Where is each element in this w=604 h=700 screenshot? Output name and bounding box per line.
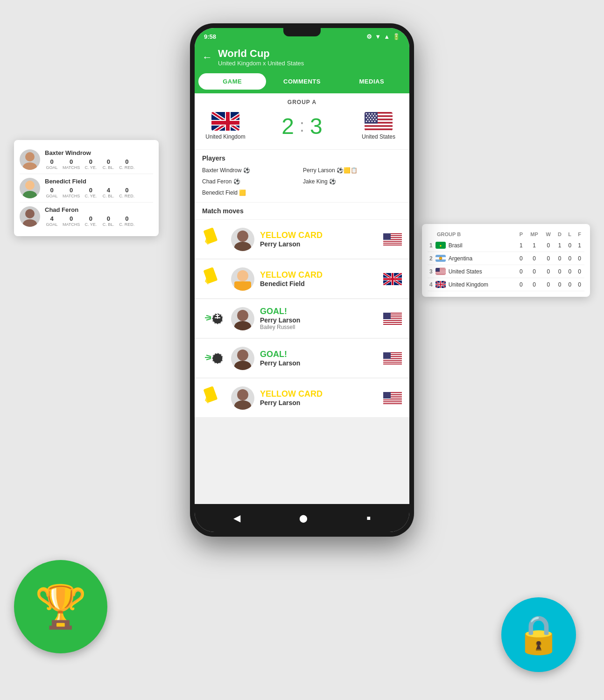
move-avatar-1 bbox=[231, 228, 254, 251]
team-away-name: United States bbox=[362, 133, 395, 140]
svg-rect-86 bbox=[383, 278, 402, 280]
tab-bar: GAME COMMENTS MEDIAS bbox=[195, 73, 409, 93]
move-type: YELLOW CARD bbox=[260, 231, 378, 240]
players-section-title: Players bbox=[202, 154, 402, 162]
rank: 4 bbox=[429, 281, 433, 288]
trophy-circle: 🏆 bbox=[14, 560, 107, 653]
player-avatar bbox=[20, 206, 40, 227]
team-away: United States bbox=[355, 112, 402, 140]
tab-comments[interactable]: COMMENTS bbox=[268, 73, 336, 90]
svg-point-0 bbox=[25, 152, 35, 161]
move-type: YELLOW CARD bbox=[260, 270, 378, 280]
lock-circle: 🔒 bbox=[501, 597, 576, 672]
svg-point-92 bbox=[237, 310, 248, 321]
move-flag-us-2 bbox=[383, 313, 402, 325]
flag-us bbox=[365, 112, 393, 131]
app-subtitle: United Kingdom x United States bbox=[218, 60, 304, 67]
player-stats: Benedict Field 0GOAL 0MATCHS 0C. YE. 4C.… bbox=[45, 178, 153, 198]
svg-point-58 bbox=[372, 119, 374, 120]
svg-rect-98 bbox=[383, 319, 402, 320]
floating-player-row: Chad Feron 4GOAL 0MATCHS 0C. YE. 0C. BL.… bbox=[20, 203, 153, 231]
svg-rect-72 bbox=[383, 242, 402, 243]
stats-row: 0GOAL 0MATCHS 0C. YE. 4C. BL. 0C. RED. bbox=[45, 187, 153, 198]
svg-point-108 bbox=[234, 361, 251, 370]
move-player: Benedict Field bbox=[260, 280, 378, 287]
tab-medias[interactable]: MEDIAS bbox=[338, 73, 406, 90]
nav-home-btn[interactable]: ⬤ bbox=[290, 512, 317, 525]
svg-point-53 bbox=[368, 117, 370, 119]
svg-point-5 bbox=[23, 219, 37, 227]
player-entry: Chad Feron ⚽ bbox=[202, 177, 301, 186]
move-avatar-5 bbox=[231, 386, 254, 410]
phone-frame: 9:58 ⚙ ▼ ▲ 🔋 ← World Cup United Kingdom … bbox=[190, 23, 414, 537]
move-player: Perry Larson bbox=[260, 359, 378, 367]
move-flag-us-1 bbox=[383, 233, 402, 245]
floating-players-panel: Baxter Windrow 0GOAL 0MATCHS 0C. YE. 0C.… bbox=[14, 140, 159, 236]
svg-point-118 bbox=[237, 389, 248, 400]
status-icons: ⚙ ▼ ▲ 🔋 bbox=[366, 33, 400, 40]
standings-row: 3 United States 000000 bbox=[428, 265, 584, 278]
player-stats: Baxter Windrow 0GOAL 0MATCHS 0C. YE. 0C.… bbox=[45, 149, 153, 170]
svg-point-60 bbox=[365, 121, 367, 122]
goal-icon-2 bbox=[202, 344, 225, 372]
svg-rect-77 bbox=[234, 281, 251, 291]
match-move-4: GOAL! Perry Larson bbox=[195, 339, 409, 378]
svg-rect-74 bbox=[383, 233, 391, 240]
svg-line-90 bbox=[206, 315, 211, 317]
move-flag-us-4 bbox=[383, 392, 402, 404]
move-avatar-2 bbox=[231, 267, 254, 291]
goal-icon-1 bbox=[202, 305, 225, 332]
player-entry-name: Chad Feron ⚽ bbox=[202, 178, 240, 185]
standings-col-f: F bbox=[575, 230, 584, 239]
move-details-1: YELLOW CARD Perry Larson bbox=[260, 231, 378, 248]
team-home-name: United Kingdom bbox=[205, 133, 245, 140]
move-details-3: GOAL! Perry Larson Bailey Russell bbox=[260, 307, 378, 330]
yellow-card-icon-2 bbox=[202, 265, 225, 293]
svg-point-119 bbox=[234, 400, 251, 410]
players-section: Players Baxter Windrow ⚽ Perry Larson ⚽🟨… bbox=[195, 149, 409, 202]
score-display: 2 : 3 bbox=[281, 113, 322, 139]
nav-square-btn[interactable]: ■ bbox=[357, 512, 379, 524]
move-player: Perry Larson bbox=[260, 240, 378, 248]
team-name: Brasil bbox=[449, 242, 463, 249]
player-name: Baxter Windrow bbox=[45, 149, 153, 156]
team-name: Argentina bbox=[449, 255, 472, 262]
standings-col-p: P bbox=[516, 230, 526, 239]
svg-point-54 bbox=[371, 117, 372, 119]
svg-line-105 bbox=[206, 355, 211, 357]
move-player: Perry Larson bbox=[260, 316, 378, 324]
player-entry: Benedict Field 🟨 bbox=[202, 188, 301, 197]
settings-icon: ⚙ bbox=[366, 33, 372, 40]
status-time: 9:58 bbox=[204, 33, 216, 40]
stats-row: 0GOAL 0MATCHS 0C. YE. 0C. BL. 0C. RED. bbox=[45, 158, 153, 170]
svg-rect-127 bbox=[383, 392, 391, 399]
svg-rect-42 bbox=[365, 130, 393, 131]
player-entry-name: Perry Larson ⚽🟨📋 bbox=[303, 167, 358, 174]
svg-rect-15 bbox=[435, 273, 446, 273]
flag-uk bbox=[211, 112, 239, 131]
rank: 2 bbox=[429, 255, 433, 262]
svg-point-45 bbox=[368, 113, 370, 115]
nav-back-btn[interactable]: ◀ bbox=[224, 511, 250, 525]
move-details-4: GOAL! Perry Larson bbox=[260, 350, 378, 367]
back-button[interactable]: ← bbox=[202, 51, 212, 63]
team-name: United States bbox=[449, 268, 482, 275]
svg-point-65 bbox=[237, 231, 248, 242]
svg-point-63 bbox=[374, 121, 375, 122]
score-card: GROUP A bbox=[195, 93, 409, 149]
move-details-2: YELLOW CARD Benedict Field bbox=[260, 270, 378, 287]
players-grid: Baxter Windrow ⚽ Perry Larson ⚽🟨📋 Chad F… bbox=[202, 166, 402, 197]
svg-point-48 bbox=[367, 115, 368, 117]
move-type: YELLOW CARD bbox=[260, 389, 378, 399]
svg-rect-17 bbox=[435, 268, 440, 272]
svg-point-56 bbox=[367, 119, 368, 120]
player-entry-name: Benedict Field 🟨 bbox=[202, 189, 246, 196]
svg-line-91 bbox=[206, 319, 211, 320]
standings-col-d: D bbox=[555, 230, 565, 239]
svg-point-4 bbox=[25, 209, 35, 218]
svg-point-51 bbox=[375, 115, 377, 117]
tab-game[interactable]: GAME bbox=[198, 73, 266, 90]
move-type: GOAL! bbox=[260, 307, 378, 316]
match-move-3: GOAL! Perry Larson Bailey Russell bbox=[195, 299, 409, 338]
standings-group-label: GROUP B bbox=[428, 230, 516, 239]
